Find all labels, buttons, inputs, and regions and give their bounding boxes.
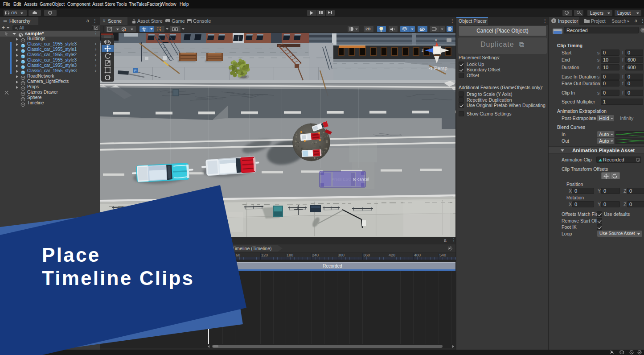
svg-text:P: P (134, 69, 136, 73)
svg-text:⋖ Persp: ⋖ Persp (428, 66, 447, 71)
svg-text:x: x (435, 37, 437, 42)
svg-text:Press ESC: Press ESC (332, 177, 352, 182)
svg-text:to cancel: to cancel (353, 177, 369, 182)
svg-text:z: z (422, 48, 424, 53)
